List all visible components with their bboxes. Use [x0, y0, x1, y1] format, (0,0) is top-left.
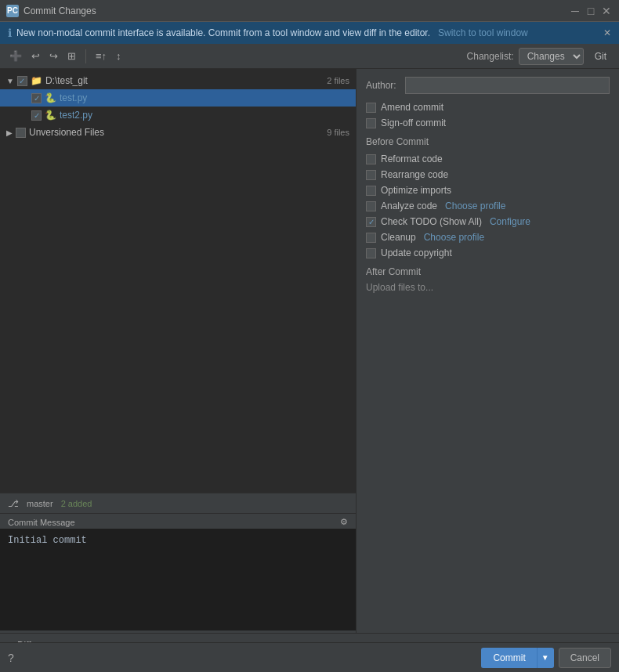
add-button[interactable]: ➕ [6, 49, 25, 63]
analyze-code-row: Analyze code Choose profile [366, 201, 610, 211]
root-checkbox[interactable] [17, 76, 27, 86]
right-panel: Author: Amend commit Sign-off commit Bef… [357, 69, 619, 633]
tree-root-item[interactable]: ▼ 📁 D:\test_git 2 files [0, 72, 356, 89]
rearrange-code-label: Rearrange code [381, 169, 448, 180]
added-label: 2 added [61, 499, 92, 508]
sign-off-label: Sign-off commit [381, 117, 446, 128]
bottom-bar: ? Commit ▼ Cancel [0, 642, 619, 672]
cleanup-row: Cleanup Choose profile [366, 232, 610, 243]
undo-button[interactable]: ↩ [28, 49, 43, 63]
commit-dropdown-button[interactable]: ▼ [537, 648, 554, 668]
toolbar: ➕ ↩ ↪ ⊞ ≡↑ ↕ Changelist: Changes Git [0, 44, 619, 69]
cancel-button[interactable]: Cancel [559, 648, 611, 668]
root-label: D:\test_git [45, 75, 327, 86]
author-label: Author: [366, 80, 405, 91]
upload-files-partial: Upload files to... [366, 282, 610, 301]
tree-item-test2py[interactable]: 🐍 test2.py [0, 107, 356, 124]
expand-arrow: ▼ [6, 77, 14, 85]
test2py-checkbox[interactable] [31, 110, 42, 121]
optimize-imports-row: Optimize imports [366, 185, 610, 196]
check-todo-label: Check TODO (Show All) [381, 216, 482, 227]
amend-commit-label: Amend commit [381, 102, 443, 113]
tree-unversioned-item[interactable]: ▶ Unversioned Files 9 files [0, 124, 356, 141]
commit-message-options-icon[interactable]: ⚙ [340, 517, 348, 527]
check-todo-link[interactable]: Configure [490, 216, 530, 227]
main-layout: ▼ 📁 D:\test_git 2 files 🐍 test.py 🐍 [0, 69, 619, 633]
sign-off-row: Sign-off commit [366, 117, 610, 128]
window-title: Commit Changes [24, 5, 569, 16]
unversioned-arrow: ▶ [6, 128, 13, 137]
analyze-code-link[interactable]: Choose profile [445, 201, 505, 211]
optimize-imports-checkbox[interactable] [366, 186, 376, 196]
toolbar-right: Changelist: Changes Git [467, 48, 613, 65]
maximize-button[interactable]: □ [585, 5, 597, 17]
commit-message-label: Commit Message [8, 518, 75, 527]
changelist-dropdown[interactable]: Changes [519, 48, 584, 65]
left-panel: ▼ 📁 D:\test_git 2 files 🐍 test.py 🐍 [0, 69, 357, 633]
testpy-checkbox[interactable] [31, 93, 42, 103]
cleanup-checkbox[interactable] [366, 233, 376, 243]
file-tree: ▼ 📁 D:\test_git 2 files 🐍 test.py 🐍 [0, 69, 356, 493]
python-icon: 🐍 [45, 92, 56, 103]
switch-to-tool-window-link[interactable]: Switch to tool window [438, 27, 528, 38]
close-button[interactable]: ✕ [600, 5, 613, 17]
update-copyright-checkbox[interactable] [366, 248, 376, 258]
reformat-code-checkbox[interactable] [366, 154, 376, 164]
update-copyright-row: Update copyright [366, 247, 610, 258]
tree-view-button[interactable]: ⊞ [64, 49, 79, 63]
rearrange-code-checkbox[interactable] [366, 170, 376, 180]
branch-icon: ⎇ [8, 498, 19, 509]
close-info-button[interactable]: ✕ [603, 27, 611, 38]
test2py-label: test2.py [60, 110, 349, 121]
sign-off-checkbox[interactable] [366, 118, 376, 128]
minimize-button[interactable]: ─ [569, 5, 581, 17]
analyze-code-checkbox[interactable] [366, 201, 376, 211]
toolbar-separator [85, 49, 86, 63]
bottom-right: Commit ▼ Cancel [481, 648, 611, 668]
rearrange-code-row: Rearrange code [366, 169, 610, 180]
reformat-code-label: Reformat code [381, 154, 443, 164]
check-todo-row: Check TODO (Show All) Configure [366, 216, 610, 227]
testpy-label: test.py [60, 92, 349, 103]
branch-label: master [27, 499, 53, 508]
unversioned-count: 9 files [327, 128, 349, 137]
info-icon: ℹ [8, 27, 12, 39]
check-todo-checkbox[interactable] [366, 217, 376, 227]
git-tab[interactable]: Git [588, 49, 613, 63]
changelist-label: Changelist: [467, 51, 514, 62]
author-input[interactable] [405, 77, 610, 94]
title-bar: PC Commit Changes ─ □ ✕ [0, 0, 619, 22]
app-icon: PC [6, 5, 19, 17]
optimize-imports-label: Optimize imports [381, 185, 451, 196]
global-help-button[interactable]: ? [8, 652, 14, 664]
info-bar: ℹ New non-modal commit interface is avai… [0, 22, 619, 44]
info-message: New non-modal commit interface is availa… [16, 27, 430, 38]
cleanup-label: Cleanup [381, 232, 416, 243]
folder-icon: 📁 [31, 75, 42, 86]
commit-message-input[interactable]: Initial commit [0, 529, 356, 630]
unversioned-label: Unversioned Files [29, 127, 327, 138]
commit-button[interactable]: Commit [481, 648, 536, 668]
amend-commit-row: Amend commit [366, 102, 610, 113]
analyze-code-label: Analyze code [381, 201, 437, 211]
commit-button-group: Commit ▼ [481, 648, 553, 668]
author-row: Author: [366, 77, 610, 94]
move-up-button[interactable]: ≡↑ [92, 49, 110, 63]
python2-icon: 🐍 [45, 110, 56, 121]
status-bar-left: ⎇ master 2 added [0, 493, 356, 513]
after-commit-title: After Commit [366, 266, 610, 277]
commit-message-area: Commit Message ⚙ Initial commit [0, 513, 356, 633]
root-count: 2 files [327, 76, 349, 85]
tree-item-testpy[interactable]: 🐍 test.py [0, 89, 356, 107]
unversioned-checkbox[interactable] [16, 128, 26, 138]
reformat-code-row: Reformat code [366, 154, 610, 164]
window-controls: ─ □ ✕ [569, 5, 613, 17]
commit-message-header: Commit Message ⚙ [0, 514, 356, 529]
before-commit-title: Before Commit [366, 136, 610, 147]
redo-button[interactable]: ↪ [46, 49, 61, 63]
move-down-button[interactable]: ↕ [113, 49, 125, 63]
cleanup-link[interactable]: Choose profile [424, 232, 484, 243]
amend-commit-checkbox[interactable] [366, 103, 376, 113]
update-copyright-label: Update copyright [381, 247, 452, 258]
